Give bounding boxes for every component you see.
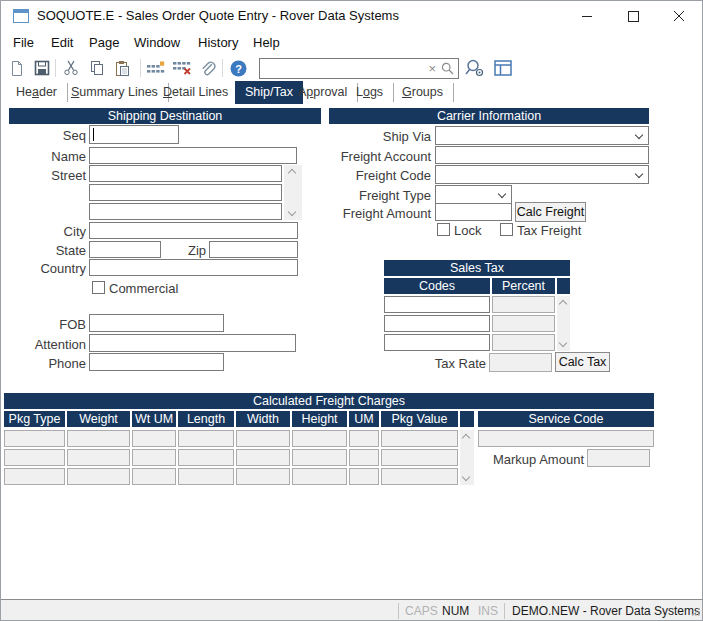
tax-percent-cell-row2 bbox=[492, 315, 555, 332]
um-cell bbox=[349, 430, 379, 447]
search-icon[interactable] bbox=[441, 62, 454, 78]
menu-window[interactable]: Window bbox=[134, 35, 180, 50]
title-bar[interactable]: SOQUOTE.E - Sales Order Quote Entry - Ro… bbox=[1, 1, 702, 31]
zip-label: Zip bbox=[131, 243, 206, 258]
tab-groups[interactable]: Groups bbox=[392, 83, 454, 102]
wt-um-cell bbox=[132, 468, 176, 485]
pkg-value-column-header: Pkg Value bbox=[381, 411, 458, 427]
tax-code-input-row1[interactable] bbox=[384, 296, 490, 313]
weight-cell bbox=[67, 449, 130, 466]
pkg-type-column-header: Pkg Type bbox=[4, 411, 65, 427]
toolbar-search: × bbox=[259, 58, 459, 79]
paste-icon[interactable] bbox=[111, 57, 133, 79]
attention-input[interactable] bbox=[89, 334, 296, 352]
close-button[interactable] bbox=[656, 1, 702, 31]
name-input[interactable] bbox=[89, 147, 297, 164]
lock-checkbox[interactable] bbox=[437, 223, 450, 236]
freight-account-input[interactable] bbox=[435, 146, 649, 164]
ship-via-select[interactable] bbox=[435, 126, 649, 145]
tax-code-input-row3[interactable] bbox=[384, 334, 490, 351]
tax-rate-field bbox=[489, 353, 552, 372]
length-cell bbox=[178, 449, 234, 466]
length-cell bbox=[178, 430, 234, 447]
maximize-button[interactable] bbox=[610, 1, 656, 31]
tab-logs[interactable]: Logs bbox=[346, 83, 394, 102]
height-cell bbox=[292, 449, 347, 466]
window-layout-icon[interactable] bbox=[492, 57, 514, 79]
freight-type-select[interactable] bbox=[435, 185, 512, 204]
cut-icon[interactable] bbox=[60, 57, 82, 79]
chevron-down-icon bbox=[635, 131, 643, 139]
country-input[interactable] bbox=[89, 259, 298, 276]
status-message: DEMO.NEW - Rover Data Systems bbox=[512, 604, 700, 618]
width-column-header: Width bbox=[236, 411, 290, 427]
phone-input[interactable] bbox=[89, 353, 224, 371]
freight-amount-input[interactable] bbox=[435, 203, 512, 221]
city-label: City bbox=[11, 224, 86, 239]
lookup-icon[interactable] bbox=[464, 57, 486, 79]
street-scrollbar[interactable] bbox=[284, 165, 302, 220]
scrollbar-column-header bbox=[460, 411, 474, 427]
tab-header[interactable]: Header bbox=[6, 83, 68, 102]
fob-input[interactable] bbox=[89, 314, 224, 332]
sales-tax-scrollbar[interactable] bbox=[557, 296, 570, 351]
um-column-header: UM bbox=[349, 411, 379, 427]
tax-rate-label: Tax Rate bbox=[396, 356, 486, 371]
chevron-down-icon bbox=[498, 190, 506, 198]
window-title: SOQUOTE.E - Sales Order Quote Entry - Ro… bbox=[37, 8, 399, 23]
menu-edit[interactable]: Edit bbox=[51, 35, 73, 50]
menu-bar: File Edit Page Window History Help bbox=[1, 31, 702, 54]
new-document-icon[interactable] bbox=[6, 57, 28, 79]
tax-code-input-row2[interactable] bbox=[384, 315, 490, 332]
lock-label: Lock bbox=[454, 223, 481, 238]
scrollbar-column-header bbox=[557, 278, 570, 294]
zip-input[interactable] bbox=[209, 241, 298, 258]
tab-detail-lines[interactable]: Detail Lines bbox=[153, 83, 239, 102]
delete-rows-icon[interactable] bbox=[171, 57, 193, 79]
svg-text:?: ? bbox=[235, 62, 242, 74]
country-label: Country bbox=[11, 261, 86, 276]
copy-icon[interactable] bbox=[86, 57, 108, 79]
calc-tax-button[interactable]: Calc Tax bbox=[555, 352, 610, 372]
street-line1-input[interactable] bbox=[89, 165, 282, 182]
pkg-type-cell bbox=[4, 449, 65, 466]
service-code-cell bbox=[478, 430, 654, 447]
help-icon[interactable]: ? bbox=[227, 57, 249, 79]
freight-charges-header: Calculated Freight Charges bbox=[4, 393, 654, 409]
menu-history[interactable]: History bbox=[198, 35, 238, 50]
toolbar-separator bbox=[55, 59, 56, 77]
tax-freight-checkbox[interactable] bbox=[500, 223, 513, 236]
commercial-checkbox[interactable] bbox=[92, 281, 105, 294]
pkg-value-cell bbox=[381, 468, 458, 485]
chevron-down-icon bbox=[635, 170, 643, 178]
height-cell bbox=[292, 430, 347, 447]
clear-search-icon[interactable]: × bbox=[428, 61, 436, 76]
toolbar-separator bbox=[222, 59, 223, 77]
menu-help[interactable]: Help bbox=[253, 35, 280, 50]
status-separator bbox=[398, 603, 399, 619]
attachment-icon[interactable] bbox=[197, 57, 219, 79]
height-cell bbox=[292, 468, 347, 485]
insert-mode-indicator: INS bbox=[478, 604, 498, 618]
freight-grid-scrollbar[interactable] bbox=[460, 430, 474, 485]
calc-freight-button[interactable]: Calc Freight bbox=[515, 202, 586, 222]
resize-grip[interactable] bbox=[691, 605, 700, 619]
menu-file[interactable]: File bbox=[13, 35, 34, 50]
street-line3-input[interactable] bbox=[89, 203, 282, 220]
freight-code-select[interactable] bbox=[435, 165, 649, 184]
num-lock-indicator: NUM bbox=[442, 604, 469, 618]
street-line2-input[interactable] bbox=[89, 184, 282, 201]
city-input[interactable] bbox=[89, 222, 298, 239]
markup-amount-field bbox=[587, 449, 650, 467]
minimize-button[interactable] bbox=[564, 1, 610, 31]
save-icon[interactable] bbox=[31, 57, 53, 79]
insert-rows-icon[interactable] bbox=[145, 57, 167, 79]
seq-input[interactable] bbox=[89, 125, 179, 144]
search-input[interactable] bbox=[262, 60, 430, 77]
menu-page[interactable]: Page bbox=[89, 35, 119, 50]
length-column-header: Length bbox=[178, 411, 234, 427]
name-label: Name bbox=[11, 149, 86, 164]
pkg-type-cell bbox=[4, 468, 65, 485]
weight-cell bbox=[67, 468, 130, 485]
pkg-value-cell bbox=[381, 449, 458, 466]
